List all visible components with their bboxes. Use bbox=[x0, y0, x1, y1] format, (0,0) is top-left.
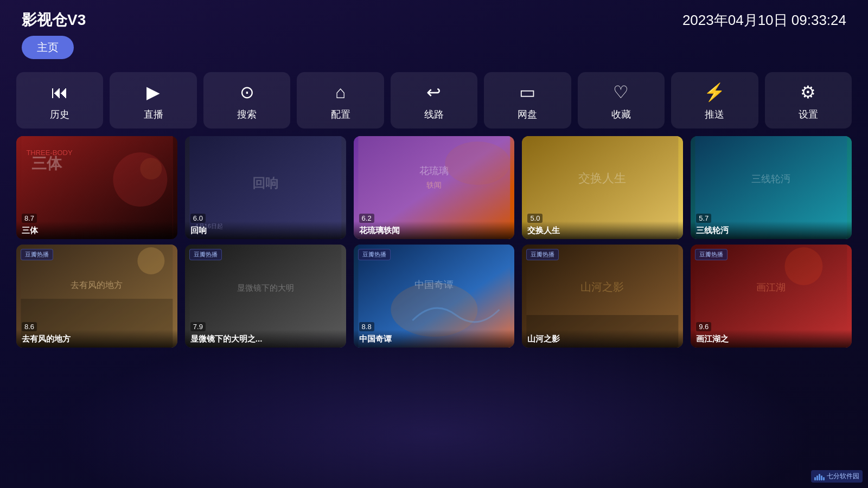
card-huixiang[interactable]: 回响 4月16日起 6.0回响 bbox=[185, 136, 346, 239]
card-sanxian-title: 三线轮沔 bbox=[696, 226, 729, 235]
menu-item-push[interactable]: ⚡推送 bbox=[671, 72, 758, 129]
home-button[interactable]: 主页 bbox=[22, 36, 74, 59]
card-quyoufeng-title: 去有风的地方 bbox=[22, 334, 71, 343]
card-huajiang-tag: 豆瓣热播 bbox=[695, 249, 727, 260]
app-title: 影视仓V3 bbox=[22, 10, 86, 30]
favorites-label: 收藏 bbox=[611, 108, 631, 121]
card-quyoufeng-overlay: 去有风的地方 bbox=[16, 330, 177, 348]
content-row-0: 三体 THREE-BODY 8.7三体 回响 4月16日起 6.0回响 花琉璃 … bbox=[16, 136, 852, 239]
svg-point-20 bbox=[137, 247, 164, 274]
menu-item-netdisk[interactable]: ▭网盘 bbox=[484, 72, 571, 129]
route-icon: ↩ bbox=[426, 82, 441, 102]
svg-text:画江湖: 画江湖 bbox=[757, 282, 786, 293]
card-three-body-title: 三体 bbox=[22, 226, 38, 235]
card-jiaohuanren-overlay: 交换人生 bbox=[522, 221, 683, 239]
card-huajiang[interactable]: 画江湖 豆瓣热播9.6画江湖之 bbox=[691, 245, 852, 348]
push-label: 推送 bbox=[705, 108, 724, 121]
svg-text:去有风的地方: 去有风的地方 bbox=[71, 280, 123, 290]
netdisk-icon: ▭ bbox=[519, 82, 535, 102]
card-zhongguoqitan-tag: 豆瓣热播 bbox=[358, 249, 391, 260]
menu-item-config[interactable]: ⌂配置 bbox=[297, 72, 384, 129]
search-icon: ⊙ bbox=[240, 82, 254, 102]
menu-item-route[interactable]: ↩线路 bbox=[391, 72, 477, 129]
config-label: 配置 bbox=[331, 108, 350, 121]
card-huajiang-title: 画江湖之 bbox=[696, 334, 729, 343]
card-three-body[interactable]: 三体 THREE-BODY 8.7三体 bbox=[16, 136, 177, 239]
svg-text:轶闻: 轶闻 bbox=[426, 181, 442, 189]
svg-text:中国奇谭: 中国奇谭 bbox=[414, 279, 454, 290]
history-label: 历史 bbox=[50, 108, 69, 121]
card-shanhe[interactable]: 山河之影 豆瓣热播山河之影 bbox=[522, 245, 683, 348]
menu-item-live[interactable]: ▶直播 bbox=[110, 72, 196, 129]
content-area: 三体 THREE-BODY 8.7三体 回响 4月16日起 6.0回响 花琉璃 … bbox=[0, 136, 868, 348]
content-row-1: 去有风的地方 豆瓣热播8.6去有风的地方 显微镜下的大明 豆瓣热播7.9显微镜下… bbox=[16, 245, 852, 348]
svg-text:回响: 回响 bbox=[252, 176, 278, 190]
history-icon: ⏮ bbox=[51, 82, 68, 102]
svg-point-31 bbox=[785, 247, 823, 285]
watermark-text: 七分软件园 bbox=[827, 472, 859, 481]
card-three-body-overlay: 三体 bbox=[16, 221, 177, 239]
favorites-icon: ♡ bbox=[613, 82, 629, 102]
menu-bar: ⏮历史▶直播⊙搜索⌂配置↩线路▭网盘♡收藏⚡推送⚙设置 bbox=[0, 65, 868, 136]
datetime: 2023年04月10日 09:33:24 bbox=[682, 11, 846, 30]
menu-item-history[interactable]: ⏮历史 bbox=[16, 72, 103, 129]
card-jiaohuanren-title: 交换人生 bbox=[527, 226, 560, 235]
svg-text:显微镜下的大明: 显微镜下的大明 bbox=[237, 283, 294, 292]
card-quyoufeng[interactable]: 去有风的地方 豆瓣热播8.6去有风的地方 bbox=[16, 245, 177, 348]
card-xianwei-tag: 豆瓣热播 bbox=[189, 249, 222, 260]
svg-text:花琉璃: 花琉璃 bbox=[419, 165, 449, 176]
config-icon: ⌂ bbox=[335, 82, 346, 102]
watermark: 七分软件园 bbox=[811, 470, 863, 483]
card-sanxian[interactable]: 三线轮沔 5.7三线轮沔 bbox=[691, 136, 852, 239]
card-hualiu-overlay: 花琉璃轶闻 bbox=[354, 221, 515, 239]
netdisk-label: 网盘 bbox=[518, 108, 537, 121]
card-shanhe-tag: 豆瓣热播 bbox=[526, 249, 559, 260]
svg-point-5 bbox=[140, 158, 162, 179]
card-shanhe-title: 山河之影 bbox=[527, 334, 560, 343]
route-label: 线路 bbox=[424, 108, 444, 121]
card-xianwei[interactable]: 显微镜下的大明 豆瓣热播7.9显微镜下的大明之... bbox=[185, 245, 346, 348]
svg-text:三体: 三体 bbox=[31, 155, 63, 172]
svg-point-12 bbox=[445, 142, 510, 185]
menu-item-search[interactable]: ⊙搜索 bbox=[203, 72, 290, 129]
card-jiaohuanren[interactable]: 交换人生 5.0交换人生 bbox=[522, 136, 683, 239]
push-icon: ⚡ bbox=[704, 82, 725, 102]
card-xianwei-title: 显微镜下的大明之... bbox=[190, 334, 263, 343]
card-huixiang-overlay: 回响 bbox=[185, 221, 346, 239]
svg-text:THREE-BODY: THREE-BODY bbox=[26, 149, 73, 157]
card-hualiu[interactable]: 花琉璃 轶闻 6.2花琉璃轶闻 bbox=[354, 136, 515, 239]
card-sanxian-overlay: 三线轮沔 bbox=[691, 221, 852, 239]
card-huajiang-overlay: 画江湖之 bbox=[691, 330, 852, 348]
card-huixiang-title: 回响 bbox=[190, 226, 207, 235]
card-xianwei-overlay: 显微镜下的大明之... bbox=[185, 330, 346, 348]
menu-item-favorites[interactable]: ♡收藏 bbox=[578, 72, 665, 129]
watermark-bars-icon bbox=[814, 473, 825, 480]
settings-label: 设置 bbox=[799, 108, 818, 121]
svg-point-24 bbox=[391, 282, 477, 337]
menu-item-settings[interactable]: ⚙设置 bbox=[765, 72, 852, 129]
svg-point-4 bbox=[113, 152, 167, 207]
live-label: 直播 bbox=[144, 108, 163, 121]
svg-text:三线轮沔: 三线轮沔 bbox=[752, 174, 791, 184]
svg-text:山河之影: 山河之影 bbox=[581, 281, 624, 293]
card-zhongguoqitan-overlay: 中国奇谭 bbox=[354, 330, 515, 348]
card-zhongguoqitan-title: 中国奇谭 bbox=[359, 334, 392, 343]
settings-icon: ⚙ bbox=[800, 82, 816, 102]
card-quyoufeng-tag: 豆瓣热播 bbox=[21, 249, 53, 260]
search-label: 搜索 bbox=[237, 108, 257, 121]
svg-text:交换人生: 交换人生 bbox=[579, 171, 627, 185]
card-shanhe-overlay: 山河之影 bbox=[522, 330, 683, 348]
header: 影视仓V3 2023年04月10日 09:33:24 bbox=[0, 0, 868, 36]
live-icon: ▶ bbox=[146, 82, 160, 102]
card-hualiu-title: 花琉璃轶闻 bbox=[359, 226, 400, 235]
nav-bar: 主页 bbox=[0, 36, 868, 65]
card-zhongguoqitan[interactable]: 中国奇谭 豆瓣热播8.8中国奇谭 bbox=[354, 245, 515, 348]
